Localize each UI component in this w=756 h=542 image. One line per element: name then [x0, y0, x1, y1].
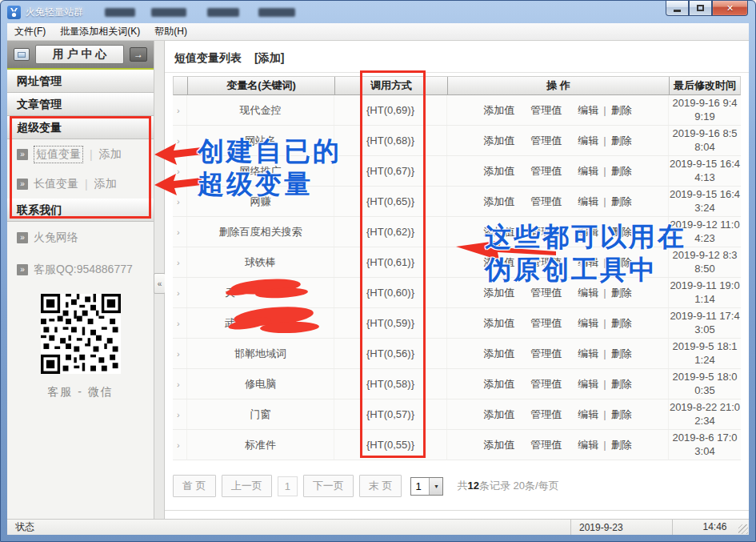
first-page-button[interactable]: 首 页 — [173, 475, 216, 497]
delete-link[interactable]: 删除 — [611, 316, 632, 331]
sidebar-section-article-management[interactable]: 文章管理 — [7, 93, 154, 116]
delete-link[interactable]: 删除 — [611, 438, 632, 452]
manage-value-link[interactable]: 管理值 — [530, 347, 562, 361]
row-expand-icon[interactable]: › — [173, 156, 187, 186]
page-select-dropdown[interactable]: 1 ▼ — [410, 477, 443, 496]
row-operations: 添加值 管理值 编辑|删除 — [447, 339, 669, 368]
manage-value-link[interactable]: 管理值 — [530, 377, 562, 391]
edit-link[interactable]: 编辑 — [578, 377, 598, 391]
add-variable-link[interactable]: [添加] — [254, 51, 284, 66]
edit-link[interactable]: 编辑 — [578, 164, 598, 179]
edit-link[interactable]: 编辑 — [578, 225, 598, 239]
row-expand-icon[interactable]: › — [173, 308, 187, 338]
add-value-link[interactable]: 添加值 — [483, 316, 514, 331]
short-variable-add-link[interactable]: 添加 — [99, 147, 122, 162]
row-expand-icon[interactable]: › — [173, 339, 187, 368]
add-value-link[interactable]: 添加值 — [483, 103, 514, 118]
huotu-network-link[interactable]: 火兔网络 — [34, 231, 78, 245]
row-expand-icon[interactable]: › — [173, 247, 187, 277]
delete-link[interactable]: 删除 — [611, 377, 632, 391]
sidebar-splitter[interactable]: « — [154, 41, 165, 519]
manage-value-link[interactable]: 管理值 — [530, 255, 562, 270]
delete-link[interactable]: 删除 — [611, 103, 632, 118]
row-expand-icon[interactable]: › — [173, 217, 187, 247]
delete-link[interactable]: 删除 — [611, 286, 632, 300]
row-expand-icon[interactable]: › — [173, 95, 187, 125]
add-value-link[interactable]: 添加值 — [483, 134, 514, 148]
row-expand-icon[interactable]: › — [173, 430, 187, 460]
row-expand-icon[interactable]: › — [173, 399, 187, 429]
table-row: › 邯郸地域词 {HT(0,56)} 添加值 管理值 编辑|删除 2019-9-… — [173, 339, 741, 369]
maximize-button[interactable] — [689, 1, 712, 16]
sidebar-item-short-variable[interactable]: » 短值变量 | 添加 — [7, 139, 154, 169]
current-page-number[interactable]: 1 — [278, 476, 298, 496]
edit-link[interactable]: 编辑 — [578, 103, 598, 118]
delete-link[interactable]: 删除 — [611, 164, 632, 179]
sidebar-section-super-variables[interactable]: 超级变量 — [7, 116, 154, 139]
edit-link[interactable]: 编辑 — [578, 408, 598, 422]
manage-value-link[interactable]: 管理值 — [530, 134, 562, 148]
long-variable-link[interactable]: 长值变量 — [34, 177, 78, 191]
edit-link[interactable]: 编辑 — [578, 286, 598, 300]
next-page-button[interactable]: 下一页 — [303, 475, 354, 497]
manage-value-link[interactable]: 管理值 — [530, 103, 562, 118]
row-operations: 添加值 管理值 编辑|删除 — [447, 247, 669, 277]
menu-file[interactable]: 文件(F) — [7, 22, 53, 41]
last-page-button[interactable]: 末 页 — [359, 475, 402, 497]
long-variable-add-link[interactable]: 添加 — [94, 177, 117, 191]
add-value-link[interactable]: 添加值 — [483, 438, 514, 452]
manage-value-link[interactable]: 管理值 — [530, 408, 562, 422]
delete-link[interactable]: 删除 — [611, 408, 632, 422]
row-expand-icon[interactable]: › — [173, 278, 187, 307]
collapse-sidebar-button[interactable]: « — [154, 273, 166, 294]
panel-toggle-button[interactable] — [14, 48, 30, 61]
add-value-link[interactable]: 添加值 — [483, 164, 514, 179]
add-value-link[interactable]: 添加值 — [483, 195, 514, 209]
delete-link[interactable]: 删除 — [611, 225, 632, 239]
go-arrow-button[interactable]: → — [130, 47, 147, 62]
manage-value-link[interactable]: 管理值 — [530, 225, 562, 239]
manage-value-link[interactable]: 管理值 — [530, 438, 562, 452]
add-value-link[interactable]: 添加值 — [483, 377, 514, 391]
resize-grip[interactable] — [738, 524, 748, 534]
manage-value-link[interactable]: 管理值 — [530, 195, 562, 209]
delete-link[interactable]: 删除 — [611, 134, 632, 148]
delete-link[interactable]: 删除 — [611, 195, 632, 209]
add-value-link[interactable]: 添加值 — [483, 408, 514, 422]
sidebar-item-huotu-network[interactable]: » 火兔网络 — [7, 222, 154, 254]
add-value-link[interactable]: 添加值 — [483, 347, 514, 361]
edit-link[interactable]: 编辑 — [578, 134, 598, 148]
manage-value-link[interactable]: 管理值 — [530, 316, 562, 331]
variable-name: 修电脑 — [187, 369, 334, 399]
row-expand-icon[interactable]: › — [173, 126, 187, 155]
manage-value-link[interactable]: 管理值 — [530, 286, 562, 300]
close-button[interactable]: ✕ — [712, 1, 748, 16]
menu-help[interactable]: 帮助(H) — [147, 22, 194, 41]
edit-link[interactable]: 编辑 — [578, 195, 598, 209]
manage-value-link[interactable]: 管理值 — [530, 164, 562, 179]
delete-link[interactable]: 删除 — [611, 347, 632, 361]
edit-link[interactable]: 编辑 — [578, 316, 598, 331]
separator: | — [603, 408, 606, 420]
sidebar-section-url-management[interactable]: 网址管理 — [7, 70, 154, 93]
add-value-link[interactable]: 添加值 — [483, 225, 514, 239]
prev-page-button[interactable]: 上一页 — [222, 475, 272, 497]
menu-batch-add-keywords[interactable]: 批量添加相关词(K) — [53, 22, 147, 41]
edit-link[interactable]: 编辑 — [578, 438, 598, 452]
sidebar-item-long-variable[interactable]: » 长值变量 | 添加 — [7, 169, 154, 199]
short-variable-link[interactable]: 短值变量 — [34, 146, 83, 163]
row-expand-icon[interactable]: › — [173, 369, 187, 399]
dropdown-arrow-icon[interactable]: ▼ — [429, 478, 442, 495]
sidebar-section-contact-us[interactable]: 联系我们 — [7, 199, 154, 222]
minimize-button[interactable] — [666, 1, 689, 16]
edit-link[interactable]: 编辑 — [578, 255, 598, 270]
redacted-title-text — [105, 8, 135, 17]
add-value-link[interactable]: 添加值 — [483, 286, 514, 300]
edit-link[interactable]: 编辑 — [578, 347, 598, 361]
status-time: 14:46 — [672, 520, 749, 535]
add-value-link[interactable]: 添加值 — [483, 255, 514, 270]
row-expand-icon[interactable]: › — [173, 187, 187, 216]
user-center-button[interactable]: 用 户 中 心 — [35, 45, 124, 64]
sidebar-item-service-qq[interactable]: » 客服QQ:954886777 — [7, 254, 154, 286]
delete-link[interactable]: 删除 — [611, 255, 632, 270]
